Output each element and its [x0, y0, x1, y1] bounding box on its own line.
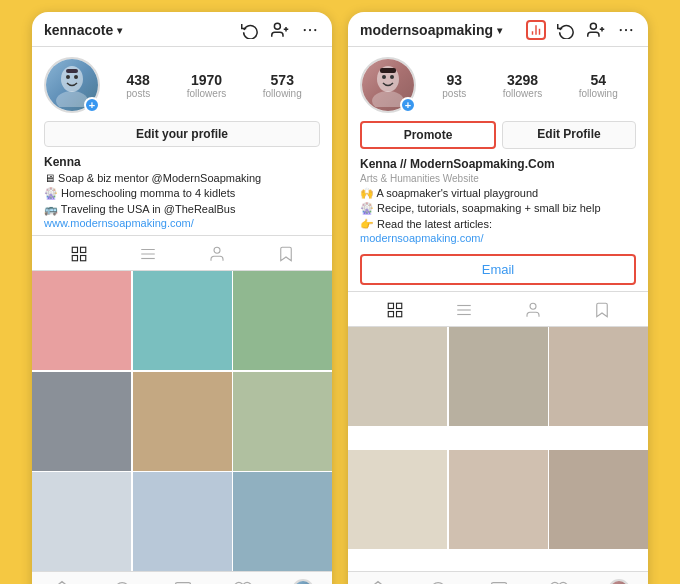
svg-rect-40 [388, 312, 393, 317]
business-posts-stat: 93 posts [442, 72, 466, 99]
svg-point-9 [74, 75, 78, 79]
add-person-icon[interactable] [586, 20, 606, 40]
more-icon[interactable] [300, 20, 320, 40]
business-header-icons [526, 20, 636, 40]
svg-point-36 [390, 75, 394, 79]
personal-username: kennacote ▾ [44, 22, 122, 38]
personal-photo-grid [32, 271, 332, 571]
photo-cell[interactable] [133, 472, 232, 571]
business-avatar-plus[interactable]: + [400, 97, 416, 113]
svg-point-8 [66, 75, 70, 79]
photo-cell[interactable] [549, 327, 648, 426]
svg-point-18 [214, 247, 220, 253]
business-photo-grid [348, 327, 648, 571]
edit-profile-button[interactable]: Edit your profile [44, 121, 320, 147]
photo-cell[interactable] [32, 372, 131, 471]
personal-stats-row: 438 posts 1970 followers 573 following [108, 72, 320, 99]
svg-rect-13 [72, 256, 77, 261]
email-button[interactable]: Email [360, 254, 636, 285]
photo-cell[interactable] [32, 472, 131, 571]
business-following-stat: 54 following [579, 72, 618, 99]
personal-tab-icons [32, 235, 332, 271]
photo-cell[interactable] [233, 271, 332, 370]
business-username: modernsoapmaking ▾ [360, 22, 502, 38]
photo-cell[interactable] [348, 327, 447, 426]
grid-view-icon[interactable] [67, 242, 91, 266]
personal-bottom-nav [32, 571, 332, 584]
svg-point-32 [630, 29, 632, 31]
chart-icon[interactable] [526, 20, 546, 40]
photo-cell[interactable] [133, 271, 232, 370]
photo-cell[interactable] [449, 450, 548, 549]
svg-point-27 [590, 23, 596, 29]
business-profile-section: + 93 posts 3298 followers 54 following [348, 47, 648, 121]
personal-profile-section: + 438 posts 1970 followers 573 following [32, 47, 332, 121]
svg-rect-41 [396, 312, 401, 317]
personal-avatar-plus[interactable]: + [84, 97, 100, 113]
profile-nav-avatar[interactable] [292, 579, 314, 584]
personal-followers-stat: 1970 followers [187, 72, 226, 99]
photo-cell[interactable] [233, 372, 332, 471]
photo-cell[interactable] [348, 450, 447, 549]
business-stats-row: 93 posts 3298 followers 54 following [424, 72, 636, 99]
home-nav-icon[interactable] [366, 578, 390, 584]
list-view-icon[interactable] [452, 298, 476, 322]
personal-profile-actions: Edit your profile [32, 121, 332, 153]
personal-avatar-wrap: + [44, 57, 100, 113]
history-icon[interactable] [240, 20, 260, 40]
personal-header-icons [240, 20, 320, 40]
search-nav-icon[interactable] [427, 578, 451, 584]
business-tab-icons [348, 291, 648, 327]
svg-rect-39 [396, 303, 401, 308]
svg-point-35 [382, 75, 386, 79]
business-bio: Kenna // ModernSoapmaking.Com Arts & Hum… [348, 155, 648, 250]
personal-posts-stat: 438 posts [126, 72, 150, 99]
edit-profile-button[interactable]: Edit Profile [502, 121, 636, 149]
add-person-icon[interactable] [270, 20, 290, 40]
svg-point-0 [274, 23, 280, 29]
chevron-down-icon: ▾ [117, 25, 122, 36]
profile-nav-avatar[interactable] [608, 579, 630, 584]
svg-rect-10 [66, 69, 78, 73]
business-profile-actions: Promote Edit Profile [348, 121, 648, 155]
svg-rect-38 [388, 303, 393, 308]
history-icon[interactable] [556, 20, 576, 40]
photo-cell[interactable] [233, 472, 332, 571]
svg-point-3 [304, 29, 306, 31]
add-post-icon[interactable] [171, 578, 195, 584]
tagged-icon[interactable] [521, 298, 545, 322]
personal-phone: kennacote ▾ [32, 12, 332, 584]
svg-rect-11 [72, 247, 77, 252]
more-icon[interactable] [616, 20, 636, 40]
list-view-icon[interactable] [136, 242, 160, 266]
business-action-buttons: Promote Edit Profile [360, 121, 636, 149]
add-post-icon[interactable] [487, 578, 511, 584]
svg-point-5 [314, 29, 316, 31]
business-avatar-wrap: + [360, 57, 416, 113]
svg-point-30 [620, 29, 622, 31]
photo-cell[interactable] [449, 327, 548, 426]
svg-rect-12 [80, 247, 85, 252]
tagged-icon[interactable] [205, 242, 229, 266]
home-nav-icon[interactable] [50, 578, 74, 584]
personal-bio: Kenna 🖥 Soap & biz mentor @ModernSoapmak… [32, 153, 332, 235]
heart-nav-icon[interactable] [547, 578, 571, 584]
search-nav-icon[interactable] [111, 578, 135, 584]
business-top-bar: modernsoapmaking ▾ [348, 12, 648, 47]
chevron-down-icon: ▾ [497, 25, 502, 36]
heart-nav-icon[interactable] [231, 578, 255, 584]
personal-following-stat: 573 following [263, 72, 302, 99]
svg-rect-14 [80, 256, 85, 261]
svg-rect-37 [380, 68, 396, 73]
business-followers-stat: 3298 followers [503, 72, 542, 99]
saved-icon[interactable] [590, 298, 614, 322]
photo-cell[interactable] [549, 450, 648, 549]
photo-cell[interactable] [133, 372, 232, 471]
business-bottom-nav [348, 571, 648, 584]
photo-cell[interactable] [32, 271, 131, 370]
grid-view-icon[interactable] [383, 298, 407, 322]
svg-point-31 [625, 29, 627, 31]
svg-point-45 [530, 303, 536, 309]
saved-icon[interactable] [274, 242, 298, 266]
promote-button[interactable]: Promote [360, 121, 496, 149]
